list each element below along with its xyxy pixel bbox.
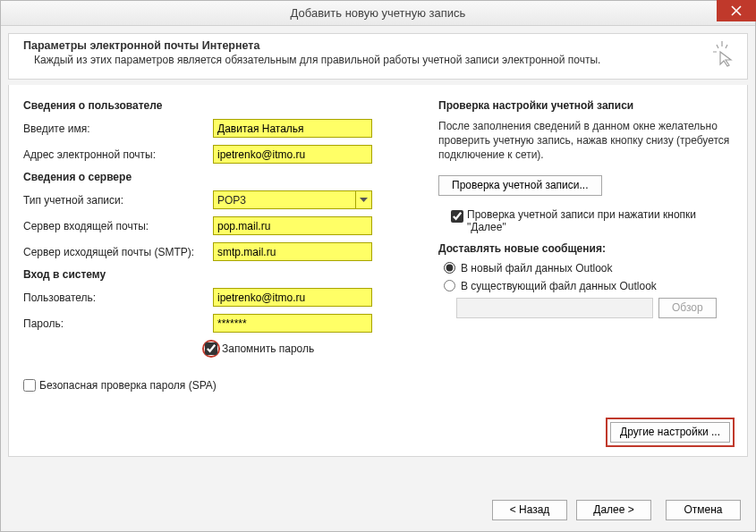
header-subtitle: Каждый из этих параметров является обяза… [34, 54, 736, 66]
spa-checkbox[interactable] [23, 379, 36, 392]
other-settings-highlight: Другие настройки ... [606, 418, 735, 447]
test-text: После заполнения сведений в данном окне … [438, 119, 733, 163]
incoming-input[interactable] [213, 216, 372, 235]
spa-label: Безопасная проверка пароля (SPA) [39, 379, 217, 392]
remember-row: Запомнить пароль [23, 340, 417, 358]
close-icon [731, 5, 742, 16]
dialog-window: Добавить новую учетную запись Параметры … [0, 0, 756, 532]
chevron-down-icon [355, 191, 371, 208]
login-section-title: Вход в систему [23, 268, 417, 281]
existing-file-path-input [456, 298, 653, 318]
email-label: Адрес электронной почты: [23, 148, 213, 161]
header-title: Параметры электронной почты Интернета [23, 39, 736, 52]
right-column: Проверка настройки учетной записи После … [417, 96, 733, 445]
remember-label: Запомнить пароль [222, 342, 314, 355]
footer-buttons: < Назад Далее > Отмена [492, 500, 741, 520]
test-account-button[interactable]: Проверка учетной записи... [438, 175, 602, 196]
test-on-next-checkbox[interactable] [451, 210, 463, 223]
outgoing-label: Сервер исходящей почты (SMTP): [23, 246, 213, 258]
radio-new-label: В новый файл данных Outlook [461, 262, 613, 274]
name-input[interactable] [213, 119, 372, 138]
radio-new-file[interactable] [444, 262, 455, 274]
browse-button: Обзор [658, 298, 717, 318]
account-type-label: Тип учетной записи: [23, 194, 213, 207]
user-input[interactable] [213, 288, 372, 307]
password-input[interactable] [213, 314, 372, 333]
remember-highlight [202, 340, 220, 358]
server-section-title: Сведения о сервере [23, 171, 417, 183]
incoming-label: Сервер входящей почты: [23, 220, 213, 232]
radio-existing-file[interactable] [444, 280, 455, 291]
close-button[interactable] [717, 0, 756, 21]
left-column: Сведения о пользователе Введите имя: Адр… [23, 96, 417, 445]
test-on-next-row: Проверка учетной записи при нажатии кноп… [438, 208, 733, 233]
cursor-icon [708, 39, 736, 71]
radio-existing-label: В существующий файл данных Outlook [461, 280, 657, 292]
spa-row: Безопасная проверка пароля (SPA) [23, 379, 417, 392]
user-label: Пользователь: [23, 291, 213, 304]
cancel-button[interactable]: Отмена [666, 500, 741, 520]
user-section-title: Сведения о пользователе [23, 99, 417, 112]
back-button[interactable]: < Назад [492, 500, 567, 520]
outgoing-input[interactable] [213, 242, 372, 261]
account-type-value: POP3 [217, 194, 246, 207]
email-input[interactable] [213, 145, 372, 164]
titlebar: Добавить новую учетную запись [1, 1, 755, 26]
window-title: Добавить новую учетную запись [1, 6, 755, 20]
account-type-select[interactable]: POP3 [213, 190, 372, 209]
content-panel: Сведения о пользователе Введите имя: Адр… [8, 85, 748, 457]
other-settings-button[interactable]: Другие настройки ... [610, 422, 730, 443]
password-label: Пароль: [23, 317, 213, 330]
header-panel: Параметры электронной почты Интернета Ка… [8, 33, 748, 80]
name-label: Введите имя: [23, 122, 213, 135]
remember-checkbox[interactable] [205, 342, 217, 355]
test-on-next-label: Проверка учетной записи при нажатии кноп… [467, 208, 709, 233]
next-button[interactable]: Далее > [576, 500, 651, 520]
deliver-section-title: Доставлять новые сообщения: [438, 242, 733, 255]
test-section-title: Проверка настройки учетной записи [438, 99, 733, 112]
